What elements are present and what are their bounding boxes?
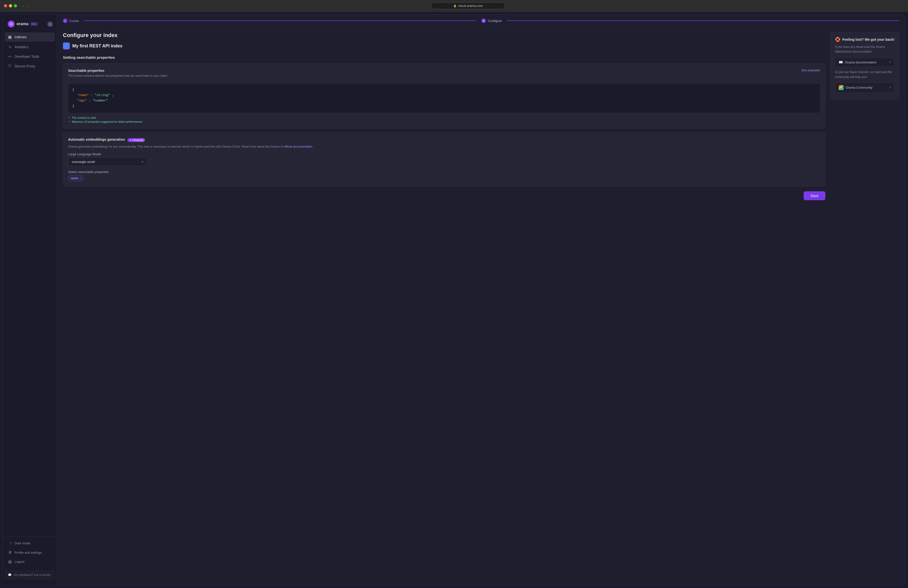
sidebar: O orama beta E ▦ Indexes ∿ Analytics </>… [3, 14, 57, 585]
llm-value: orama/gte-small [72, 160, 95, 164]
embeddings-card-title: Automatic embeddings generation [68, 137, 125, 142]
book-icon: 📖 [839, 60, 843, 64]
page-title: Configure your index [63, 32, 825, 39]
forward-button[interactable]: › [27, 3, 29, 9]
sidebar-label-dark-mode: Dark mode [14, 541, 31, 545]
sidebar-label-secure-proxy: Secure Proxy [14, 64, 35, 68]
help-header: 🛟 Feeling lost? We got your back! [835, 37, 895, 42]
validation-text-1: The schema is valid [72, 116, 96, 119]
external-link-icon-slack: ↗ [889, 86, 891, 89]
index-name: My first REST API index [72, 43, 122, 48]
avatar: E [47, 21, 53, 27]
card-header-left: Searchable properties The Orama schema d… [68, 69, 167, 81]
main-panel: Configure your index 🔷 My first REST API… [63, 32, 825, 579]
step-1: ✓ Create [63, 19, 79, 23]
property-tag-name[interactable]: name ✓ [68, 175, 84, 181]
help-sidebar: 🛟 Feeling lost? We got your back! If you… [830, 32, 899, 579]
external-link-icon: ↗ [889, 61, 891, 64]
back-button[interactable]: ‹ [22, 3, 25, 9]
code-value-number: "number" [93, 99, 108, 102]
embeddings-card-title-row: Automatic embeddings generation ✦ Orama … [68, 137, 820, 142]
sidebar-item-profile-settings[interactable]: ⚙ Profile and settings [5, 548, 55, 557]
code-key-name: "name" [77, 93, 89, 97]
address-bar-row: 🔒 cloud.orama.com [32, 2, 904, 9]
code-line-3: "age" : "number" [72, 98, 816, 103]
beta-badge: beta [31, 22, 38, 26]
help-icon: 🛟 [835, 37, 840, 42]
minimize-button[interactable] [9, 4, 12, 7]
section-title: Setting searchable properties [63, 55, 825, 60]
doc-link-label: Orama documentation [845, 60, 877, 64]
profile-settings-icon: ⚙ [8, 550, 12, 555]
lock-icon: 🔒 [453, 4, 457, 7]
sidebar-item-developer-tools[interactable]: </> Developer Tools [5, 52, 55, 61]
sidebar-item-dark-mode[interactable]: ☽ Dark mode [5, 539, 55, 548]
sidebar-item-indexes[interactable]: ▦ Indexes [5, 32, 55, 42]
help-title: Feeling lost? We got your back! [842, 37, 894, 42]
index-icon: 🔷 [63, 42, 70, 49]
card-title: Searchable properties [68, 69, 167, 72]
browser-controls: ‹ › [22, 3, 29, 9]
code-editor[interactable]: { "name" : "string" , "age" : "number" [68, 84, 820, 113]
step-2-number: 2 [481, 19, 486, 23]
close-button[interactable] [4, 4, 7, 7]
properties-label: Select searchable properties [68, 170, 820, 174]
indexes-icon: ▦ [8, 35, 12, 39]
dark-mode-icon: ☽ [8, 541, 12, 545]
step-1-indicator: ✓ [63, 19, 68, 23]
url-text: cloud.orama.com [458, 4, 483, 8]
embeddings-desc-text: Orama generates embeddings for you autom… [68, 145, 283, 148]
sparkle-icon: ✦ [129, 139, 131, 142]
fullscreen-button[interactable] [14, 4, 17, 7]
logo-icon: O [8, 21, 14, 27]
code-key-age: "age" [77, 99, 87, 102]
chat-icon: 💬 [8, 573, 11, 577]
card-header: Searchable properties The Orama schema d… [68, 69, 820, 81]
sidebar-item-secure-proxy[interactable]: 🛡 Secure Proxy [5, 61, 55, 71]
sidebar-logo: O orama beta E [3, 19, 57, 32]
save-button[interactable]: Save [803, 191, 825, 200]
orama-docs-link[interactable]: 📖 Orama documentation ↗ [835, 58, 895, 67]
tag-check-icon: ✓ [79, 177, 81, 180]
validation-item-1: ✓ The schema is valid [68, 116, 820, 119]
check-icon-2: ✓ [68, 120, 70, 123]
property-tags: name ✓ [68, 175, 820, 181]
index-name-row: 🔷 My first REST API index [63, 42, 825, 49]
traffic-lights [4, 4, 17, 7]
llm-label: Large Language Model [68, 152, 820, 156]
validation-row: ✓ The schema is valid ✓ Maximum 10 prope… [68, 116, 820, 123]
browser-chrome: ‹ › 🔒 cloud.orama.com [0, 0, 908, 12]
app-shell: O orama beta E ▦ Indexes ∿ Analytics </>… [2, 14, 906, 586]
step-1-label: Create [69, 19, 79, 23]
llm-select[interactable]: orama/gte-small ▾ [68, 158, 147, 166]
sidebar-label-profile-settings: Profile and settings [14, 551, 42, 554]
progress-line-1 [84, 21, 477, 21]
feedback-banner[interactable]: 💬 Any feedback? Let us know! [5, 570, 55, 579]
official-docs-link[interactable]: official documentation [284, 145, 312, 148]
ai-badge-label: Orama AI [132, 139, 143, 142]
see-examples-link[interactable]: See examples [802, 69, 820, 72]
doc-link-left: 📖 Orama documentation [839, 60, 877, 64]
slack-description: Or join our Slack channel, our team and … [835, 70, 895, 79]
property-tag-label: name [71, 177, 78, 180]
orama-community-link[interactable]: # Orama Community ↗ [835, 82, 895, 93]
sidebar-item-logout[interactable]: ⏻ Logout [5, 557, 55, 566]
code-value-string: "string" [95, 93, 110, 97]
sidebar-item-analytics[interactable]: ∿ Analytics [5, 42, 55, 52]
slack-link-left: # Orama Community [839, 85, 873, 90]
validation-item-2: ✓ Maximum 10 properties suggested for be… [68, 120, 820, 123]
step-2-indicator: 2 [481, 19, 486, 23]
check-icon-1: ✓ [68, 116, 70, 119]
sidebar-nav: ▦ Indexes ∿ Analytics </> Developer Tool… [3, 32, 57, 535]
progress-line-2 [507, 21, 899, 21]
step-2: 2 Configure [481, 19, 502, 23]
chevron-down-icon: ▾ [142, 160, 143, 163]
embeddings-description: Orama generates embeddings for you autom… [68, 144, 820, 149]
address-bar[interactable]: 🔒 cloud.orama.com [431, 2, 505, 9]
logo-text: orama [16, 22, 28, 26]
sidebar-label-indexes: Indexes [14, 35, 27, 39]
step-2-label: Configure [488, 19, 502, 23]
progress-bar-section: ✓ Create 2 Configure [57, 14, 905, 26]
content-area: Configure your index 🔷 My first REST API… [57, 26, 905, 585]
help-description: If you have any doubt read the Orama Ope… [835, 45, 895, 54]
